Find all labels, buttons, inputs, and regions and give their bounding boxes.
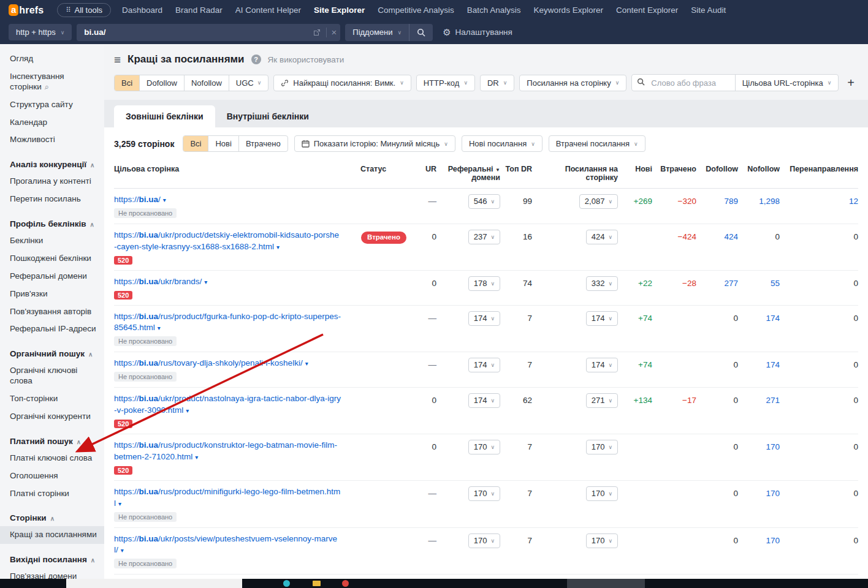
history-select-button[interactable]: Показати історію: Минулий місяць ∨ xyxy=(294,135,455,152)
settings-button[interactable]: ⚙ Налаштування xyxy=(443,27,512,38)
sidebar-item[interactable]: Платні сторінки xyxy=(0,485,104,503)
url-options-caret-icon[interactable]: ▾ xyxy=(163,197,166,203)
column-header[interactable]: Топ DR xyxy=(500,165,532,173)
url-options-caret-icon[interactable]: ▾ xyxy=(158,325,161,331)
url-options-caret-icon[interactable]: ▾ xyxy=(204,279,207,285)
dofollow-value[interactable]: 0 xyxy=(696,533,738,548)
topnav-item[interactable]: Brand Radar xyxy=(175,6,223,15)
backlinks-dropdown[interactable]: 174∨ xyxy=(586,311,618,326)
tab[interactable]: Зовнішні беклінки xyxy=(114,105,215,127)
target-url-link[interactable]: https://bi.ua/rus/product/konstruktor-le… xyxy=(114,440,337,461)
url-options-caret-icon[interactable]: ▾ xyxy=(305,360,308,367)
sidebar-section-header[interactable]: Аналіз конкуренції∧ xyxy=(0,156,104,173)
nofollow-value[interactable]: 271 xyxy=(738,393,780,408)
backlinks-dropdown[interactable]: 424∨ xyxy=(586,230,618,244)
sidebar-item[interactable]: Огляд xyxy=(0,50,104,68)
nofollow-value[interactable]: 55 xyxy=(738,276,780,291)
sidebar-section-header[interactable]: Платний пошук∧ xyxy=(0,433,104,450)
sidebar-item[interactable]: Топ-сторінки xyxy=(0,390,104,408)
dofollow-value[interactable]: 0 xyxy=(696,440,738,454)
target-url-link[interactable]: https://bi.ua/rus/product/minifigurki-le… xyxy=(114,487,340,508)
nofollow-value[interactable]: 170 xyxy=(738,486,780,501)
column-header[interactable]: Втрачено xyxy=(652,165,696,173)
sidebar-item[interactable]: Перетин посилань xyxy=(0,190,104,208)
sidebar-item[interactable]: Пошкоджені беклінки xyxy=(0,250,104,268)
tab[interactable]: Внутрішні беклінки xyxy=(215,105,321,127)
backlinks-dropdown[interactable]: 2,087∨ xyxy=(579,194,618,209)
dofollow-value[interactable]: 789 xyxy=(696,194,738,209)
url-options-caret-icon[interactable]: ▾ xyxy=(276,244,280,251)
sidebar-section-header[interactable]: Сторінки∧ xyxy=(0,510,104,526)
topnav-item[interactable]: Keywords Explorer xyxy=(534,6,603,15)
sidebar-item[interactable]: Прогалина у контенті xyxy=(0,173,104,190)
topnav-item[interactable]: Site Audit xyxy=(691,6,726,15)
dofollow-value[interactable]: 277 xyxy=(696,276,738,291)
column-header[interactable]: Нові xyxy=(618,165,652,173)
scope-select[interactable]: Піддомени ∨ xyxy=(345,28,409,37)
dofollow-value[interactable]: 0 xyxy=(696,311,738,326)
column-header[interactable]: Статус xyxy=(358,165,409,173)
target-url-link[interactable]: https://bi.ua/ukr/posts/view/puteshestvu… xyxy=(114,534,337,555)
dr-filter-button[interactable]: DR ∨ xyxy=(480,75,514,91)
redirects-value[interactable]: 12 xyxy=(780,194,858,209)
follow-filter-option[interactable]: UGC∨ xyxy=(229,75,268,91)
backlinks-dropdown[interactable]: 332∨ xyxy=(586,276,618,291)
protocol-select[interactable]: http + https ∨ xyxy=(9,24,72,40)
clear-input-icon[interactable]: × xyxy=(332,28,337,37)
help-icon[interactable]: ? xyxy=(251,55,261,64)
target-url-link[interactable]: https://bi.ua/ukr/brands/ xyxy=(114,277,202,286)
backlinks-dropdown[interactable]: 170∨ xyxy=(586,486,618,501)
url-options-caret-icon[interactable]: ▾ xyxy=(186,407,189,414)
ref-domains-dropdown[interactable]: 170∨ xyxy=(468,486,500,501)
state-filter-option[interactable]: Нові xyxy=(208,136,238,151)
backlinks-dropdown[interactable]: 174∨ xyxy=(586,358,618,372)
best-links-filter-button[interactable]: Найкращі посилання: Вимк. ∨ xyxy=(273,75,411,91)
ref-domains-dropdown[interactable]: 237∨ xyxy=(468,230,500,244)
column-header[interactable]: Цільова сторінка xyxy=(114,165,358,173)
sidebar-item[interactable]: Інспектування сторінки⌕ xyxy=(0,68,104,96)
ref-domains-dropdown[interactable]: 174∨ xyxy=(468,311,500,326)
nofollow-value[interactable]: 170 xyxy=(738,440,780,454)
sidebar-item[interactable]: Оголошення xyxy=(0,467,104,485)
menu-hamburger-icon[interactable]: ≡ xyxy=(114,54,121,66)
nofollow-value[interactable]: 170 xyxy=(738,533,780,548)
redirects-value[interactable]: 0 xyxy=(780,533,858,548)
redirects-value[interactable]: 0 xyxy=(780,393,858,408)
add-filter-button[interactable]: + xyxy=(843,76,858,90)
ref-domains-dropdown[interactable]: 174∨ xyxy=(468,358,500,372)
keyword-search-input[interactable] xyxy=(650,78,734,88)
taskbar-window-button[interactable] xyxy=(567,579,645,588)
target-url-link[interactable]: https://bi.ua/ukr/product/detskiy-elektr… xyxy=(114,230,339,251)
lost-links-filter-button[interactable]: Втрачені посилання ∨ xyxy=(549,135,645,152)
sidebar-item[interactable]: Платні ключові слова xyxy=(0,450,104,467)
sidebar-item[interactable]: Беклінки xyxy=(0,232,104,250)
url-options-caret-icon[interactable]: ▾ xyxy=(121,547,124,554)
topnav-item[interactable]: Batch Analysis xyxy=(467,6,521,15)
ahrefs-logo[interactable]: ahrefs xyxy=(9,4,44,16)
target-url-link[interactable]: https://bi.ua/rus/tovary-dlja-shkoly/pen… xyxy=(114,358,303,368)
sidebar-item[interactable]: Реферальні домени xyxy=(0,268,104,285)
sidebar-item[interactable]: Пов'язані домени xyxy=(0,568,104,579)
sidebar-section-header[interactable]: Профіль беклінків∧ xyxy=(0,216,104,232)
state-filter-option[interactable]: Втрачено xyxy=(238,136,287,151)
target-url-link[interactable]: https://bi.ua/ukr/product/nastolnaya-igr… xyxy=(114,394,341,415)
topnav-item[interactable]: Dashboard xyxy=(122,6,162,15)
dofollow-value[interactable]: 424 xyxy=(696,230,738,244)
follow-filter-option[interactable]: Nofollow xyxy=(184,75,229,91)
column-header[interactable]: Посилання на сторінку xyxy=(532,165,618,182)
ref-domains-dropdown[interactable]: 174∨ xyxy=(468,393,500,408)
taskbar-search-box[interactable] xyxy=(66,579,242,588)
nofollow-value[interactable]: 174 xyxy=(738,311,780,326)
target-url-link[interactable]: https://bi.ua/rus/product/fgurka-funko-p… xyxy=(114,312,341,333)
sidebar-item[interactable]: Реферальні IP-адреси xyxy=(0,320,104,338)
state-filter-option[interactable]: Всі xyxy=(183,136,208,151)
column-header[interactable]: Реферальні ▼домени xyxy=(436,165,500,182)
folder-icon[interactable] xyxy=(313,581,321,586)
dofollow-value[interactable]: 0 xyxy=(696,486,738,501)
all-tools-button[interactable]: ⠿ All tools xyxy=(57,3,111,17)
ref-domains-dropdown[interactable]: 178∨ xyxy=(468,276,500,291)
target-url-scope-select[interactable]: Цільова URL-сторінка ∨ xyxy=(735,75,839,91)
links-to-page-filter-button[interactable]: Посилання на сторінку ∨ xyxy=(519,75,626,91)
column-header[interactable]: Dofollow xyxy=(696,165,738,173)
topnav-item[interactable]: Site Explorer xyxy=(314,6,365,15)
